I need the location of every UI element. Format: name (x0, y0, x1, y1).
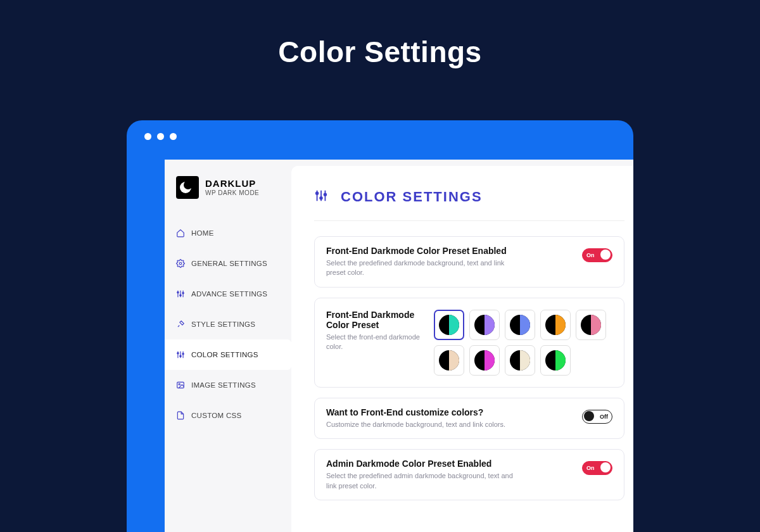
logo-subtitle: WP DARK MODE (205, 189, 259, 196)
moon-icon (176, 176, 199, 199)
setting-preset-choice: Front-End Darkmode Color Preset Select t… (314, 298, 624, 388)
nav-item-general-settings[interactable]: GENERAL SETTINGS (165, 248, 291, 279)
color-swatch[interactable] (540, 345, 571, 376)
svg-point-0 (179, 262, 182, 265)
window-dot-icon (157, 133, 164, 140)
file-icon (176, 411, 185, 420)
nav-label: IMAGE SETTINGS (191, 381, 256, 389)
setting-title: Front-End Darkmode Color Preset Enabled (326, 246, 516, 256)
setting-title: Admin Darkmode Color Preset Enabled (326, 459, 516, 469)
color-swatch[interactable] (540, 310, 571, 340)
svg-point-19 (320, 197, 322, 200)
svg-point-11 (180, 355, 181, 357)
color-swatch[interactable] (434, 345, 464, 376)
toggle-customize-colors[interactable]: Off (582, 410, 612, 424)
window-dot-icon (170, 133, 177, 140)
nav-item-image-settings[interactable]: IMAGE SETTINGS (165, 370, 291, 400)
logo-name: DARKLUP (205, 179, 259, 189)
nav-item-advance-settings[interactable]: ADVANCE SETTINGS (165, 279, 291, 309)
nav-label: CUSTOM CSS (191, 412, 241, 419)
color-swatch[interactable] (469, 345, 500, 376)
svg-point-18 (316, 193, 319, 195)
toggle-admin-preset[interactable]: On (582, 461, 612, 475)
color-swatch[interactable] (505, 345, 535, 376)
setting-title: Front-End Darkmode Color Preset (326, 310, 421, 330)
sliders-icon (176, 289, 185, 298)
panel-header: COLOR SETTINGS (314, 189, 624, 221)
nav-label: STYLE SETTINGS (191, 320, 255, 328)
svg-point-6 (182, 293, 184, 294)
image-icon (176, 381, 185, 390)
svg-point-20 (324, 193, 327, 196)
panel-title: COLOR SETTINGS (341, 189, 483, 205)
nav-label: ADVANCE SETTINGS (191, 290, 267, 298)
browser-frame: DARKLUP WP DARK MODE HOME GENERAL SETTIN… (127, 120, 633, 532)
svg-point-10 (177, 353, 179, 354)
svg-point-4 (177, 292, 179, 293)
toggle-label: On (583, 465, 598, 471)
sliders-icon (314, 189, 328, 205)
tools-icon (176, 320, 185, 329)
sliders-icon (176, 350, 185, 359)
setting-title: Want to Front-End customize colors? (326, 407, 505, 417)
setting-desc: Select the predefined admin darkmode bac… (326, 471, 516, 491)
color-swatch[interactable] (434, 310, 464, 340)
toggle-label: On (583, 252, 598, 258)
setting-desc: Select the front-end darkmode color. (326, 332, 421, 352)
page-title: Color Settings (0, 0, 760, 69)
gear-icon (176, 259, 185, 268)
setting-desc: Customize the darkmode background, text … (326, 420, 505, 429)
toggle-label: Off (596, 414, 612, 420)
nav-label: COLOR SETTINGS (191, 351, 258, 358)
nav-item-style-settings[interactable]: STYLE SETTINGS (165, 309, 291, 339)
toggle-knob-icon (584, 411, 594, 421)
setting-desc: Select the predefined darkmode backgroun… (326, 258, 516, 278)
svg-point-12 (182, 353, 184, 355)
browser-titlebar (127, 120, 633, 152)
main-panel: COLOR SETTINGS Front-End Darkmode Color … (291, 166, 633, 532)
sidebar: DARKLUP WP DARK MODE HOME GENERAL SETTIN… (165, 160, 291, 532)
nav-item-custom-css[interactable]: CUSTOM CSS (165, 400, 291, 431)
svg-point-5 (180, 294, 181, 296)
home-icon (176, 229, 185, 238)
swatch-grid (434, 310, 606, 376)
nav-item-color-settings[interactable]: COLOR SETTINGS (165, 339, 291, 370)
nav-label: HOME (191, 229, 214, 237)
toggle-preset-enabled[interactable]: On (582, 248, 612, 262)
color-swatch[interactable] (576, 310, 606, 340)
nav-list: HOME GENERAL SETTINGS ADVANCE SETTINGS S… (165, 218, 291, 431)
setting-customize-colors: Want to Front-End customize colors? Cust… (314, 398, 624, 439)
app-window: DARKLUP WP DARK MODE HOME GENERAL SETTIN… (165, 160, 633, 532)
setting-preset-enabled: Front-End Darkmode Color Preset Enabled … (314, 236, 624, 288)
toggle-knob-icon (600, 250, 611, 260)
toggle-knob-icon (600, 462, 611, 472)
setting-admin-preset: Admin Darkmode Color Preset Enabled Sele… (314, 449, 624, 500)
color-swatch[interactable] (469, 310, 500, 340)
color-swatch[interactable] (505, 310, 535, 340)
window-dot-icon (144, 133, 151, 140)
nav-label: GENERAL SETTINGS (191, 260, 267, 267)
svg-point-14 (179, 384, 180, 385)
logo: DARKLUP WP DARK MODE (165, 176, 291, 199)
nav-item-home[interactable]: HOME (165, 218, 291, 248)
